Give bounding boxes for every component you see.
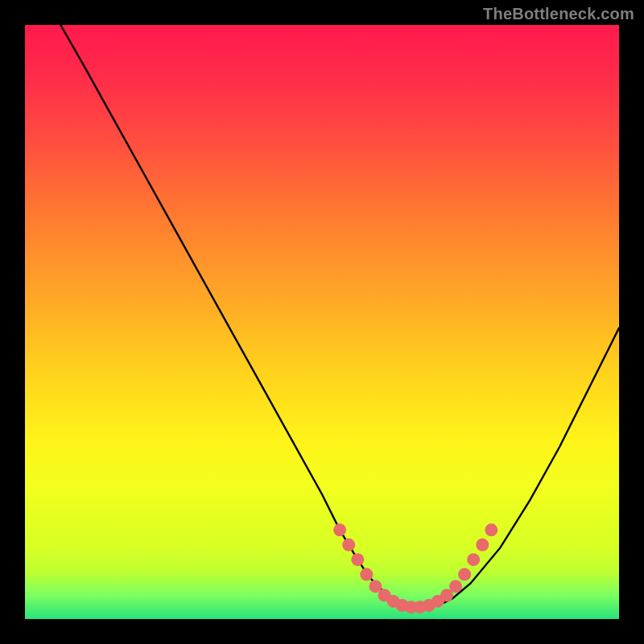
highlight-bead [342,539,355,551]
highlight-bead [485,523,497,536]
highlight-bead [458,568,471,581]
watermark-text: TheBottleneck.com [483,5,634,23]
chart-svg [25,25,619,619]
highlight-bead [467,553,480,566]
highlight-bead [449,580,462,592]
highlight-beads-group [333,523,497,613]
highlight-bead [360,568,373,581]
bottleneck-curve [60,25,619,607]
highlight-bead [333,523,346,536]
highlight-bead [476,539,489,551]
chart-plot-area [25,25,619,619]
highlight-bead [351,553,364,566]
